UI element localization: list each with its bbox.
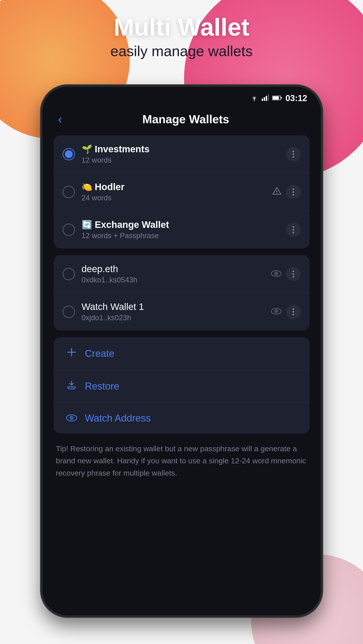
dot-3 [292,232,294,233]
wallet-emoji-investments: 🌱 [82,144,92,154]
create-action[interactable]: Create [54,337,310,370]
dot-2 [292,191,294,193]
more-menu-exchange[interactable] [286,222,300,237]
header-subtitle: easily manage wallets [0,43,363,60]
wallet-emoji-hodler: 🍋 [82,182,92,192]
radio-watch-1[interactable] [62,306,75,318]
svg-point-9 [276,193,277,194]
watch-address-label: Watch Address [85,412,151,424]
eye-icon-deep-eth [271,269,282,279]
radio-hodler[interactable] [62,186,75,198]
dot-2 [292,154,294,155]
svg-rect-4 [268,94,269,101]
wallet-item-investments[interactable]: 🌱 Investments 12 words [54,135,310,173]
more-dots-deep-eth [292,270,294,278]
dot-2 [292,229,294,230]
wallet-name-hodler: 🍋 Hodler [82,182,266,192]
dot-2 [292,311,294,312]
warning-icon-hodler [272,187,282,197]
restore-label: Restore [85,380,120,392]
tip-text: Tip! Restoring an existing wallet but a … [56,442,307,479]
svg-rect-3 [266,96,267,101]
wallet-info-investments: 🌱 Investments 12 words [82,144,279,164]
svg-rect-1 [262,98,263,101]
dot-3 [292,194,294,196]
more-dots [292,151,294,158]
nav-bar: ‹ Manage Wallets [42,105,321,135]
wallet-name-exchange: 🔄 Exchange Wallet [82,219,279,230]
svg-point-15 [276,310,277,312]
wallet-emoji-exchange: 🔄 [82,220,92,230]
wallet-detail-hodler: 24 words [82,194,266,202]
more-dots-hodler [292,188,294,196]
more-menu-hodler[interactable] [286,185,300,199]
screen: 03:12 ‹ Manage Wallets 🌱 [42,87,321,616]
radio-exchange[interactable] [62,224,75,236]
watch-wallets-section: deep.eth 0xdko1..ks0543h [54,255,310,330]
restore-icon [65,379,78,393]
phone-notch [148,87,215,89]
phone-button-volume [322,185,322,234]
wallet-name-deep-eth: deep.eth [82,264,264,274]
watch-address-action[interactable]: Watch Address [54,402,310,434]
wallet-address-watch-1: 0xjdo1..ks023h [82,314,264,322]
more-menu-investments[interactable] [286,147,300,162]
status-bar: 03:12 [42,87,321,105]
wallet-detail-exchange: 12 words + Passphrase [82,232,279,240]
svg-point-0 [254,100,255,100]
dot-3 [292,276,294,278]
wifi-icon [250,94,258,103]
header-title: Multi Wallet [0,14,363,40]
svg-rect-2 [264,97,265,101]
wallet-name-watch-1: Watch Wallet 1 [82,302,264,312]
wallet-info-watch-1: Watch Wallet 1 0xjdo1..ks023h [82,302,264,322]
wallet-actions-exchange [286,222,300,237]
dot-1 [292,151,294,152]
action-section: Create Restore [54,337,310,434]
wallet-actions-watch-1 [271,304,300,319]
phone-button-left [41,158,42,194]
more-dots-exchange [292,226,294,233]
wallet-actions-investments [286,147,300,162]
wallet-actions-hodler [272,185,300,199]
more-menu-deep-eth[interactable] [286,267,300,281]
mnemonic-wallets-section: 🌱 Investments 12 words [54,135,310,248]
page-title: Manage Wallets [64,112,307,126]
more-menu-watch-1[interactable] [286,304,300,319]
more-dots-watch-1 [292,308,294,315]
dot-3 [292,156,294,158]
wallet-item-deep-eth[interactable]: deep.eth 0xdko1..ks0543h [54,255,310,293]
dot-1 [292,308,294,310]
eye-icon-watch-1 [271,307,282,317]
dot-1 [292,226,294,228]
svg-point-12 [276,273,277,274]
radio-inner-investments [65,150,73,158]
create-label: Create [85,348,114,359]
battery-icon [272,94,282,102]
radio-investments[interactable] [62,148,75,160]
radio-deep-eth[interactable] [62,268,75,280]
status-time: 03:12 [286,94,307,103]
dot-2 [292,273,294,275]
wallet-detail-investments: 12 words [82,156,279,164]
status-icons: 03:12 [250,94,307,103]
create-icon [65,346,78,360]
dot-1 [292,270,294,272]
svg-rect-6 [273,96,279,100]
dot-1 [292,188,294,190]
tip-section: Tip! Restoring an existing wallet but a … [54,440,310,481]
phone-container: 03:12 ‹ Manage Wallets 🌱 [41,85,322,617]
wallet-item-hodler[interactable]: 🍋 Hodler 24 words [54,173,310,211]
wallet-address-deep-eth: 0xdko1..ks0543h [82,276,264,284]
wallet-actions-deep-eth [271,267,300,281]
wallet-item-exchange[interactable]: 🔄 Exchange Wallet 12 words + Passphrase [54,211,310,248]
restore-action[interactable]: Restore [54,370,310,402]
header-section: Multi Wallet easily manage wallets [0,14,363,60]
watch-address-icon [65,412,78,424]
phone-button-power [322,149,322,176]
wallet-info-deep-eth: deep.eth 0xdko1..ks0543h [82,264,264,284]
svg-rect-7 [281,97,282,98]
back-button[interactable]: ‹ [56,110,64,128]
wallet-item-watch-1[interactable]: Watch Wallet 1 0xjdo1..ks023h [54,293,310,330]
dot-3 [292,314,294,315]
